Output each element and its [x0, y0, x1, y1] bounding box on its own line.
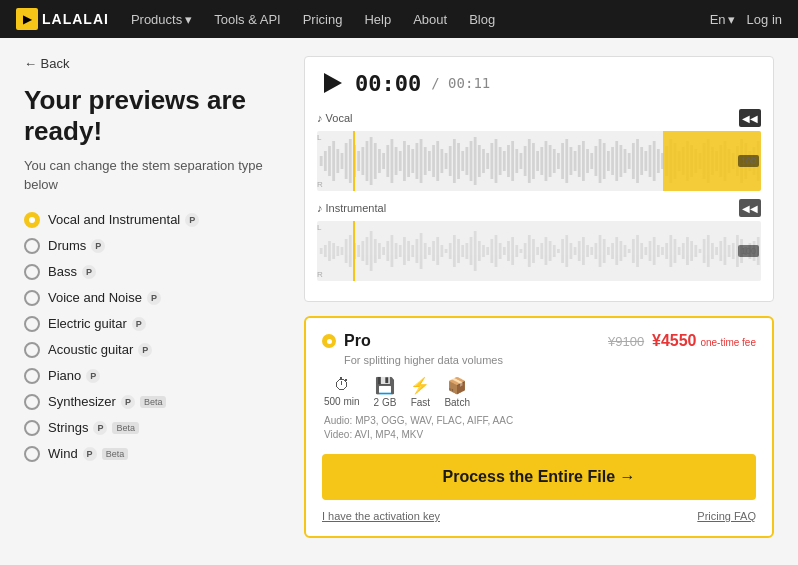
- svg-rect-141: [465, 243, 468, 259]
- svg-rect-142: [470, 237, 473, 265]
- formats-text: Audio: MP3, OGG, WAV, FLAC, AIFF, AAC Vi…: [324, 414, 756, 442]
- svg-rect-130: [420, 233, 423, 269]
- svg-rect-69: [607, 151, 610, 171]
- radio-acoustic-guitar[interactable]: Acoustic guitar P: [24, 342, 284, 358]
- right-panel: 00:00 / 00:11 ♪ Vocal ◀◀: [304, 56, 774, 538]
- radio-vocal-instrumental[interactable]: Vocal and Instrumental P: [24, 212, 284, 228]
- svg-rect-24: [420, 139, 423, 183]
- time-total: / 00:11: [431, 75, 490, 91]
- pro-badge: P: [185, 213, 199, 227]
- svg-rect-45: [507, 145, 510, 177]
- radio-label-drums: Drums P: [48, 238, 105, 253]
- playhead: [353, 131, 355, 191]
- nav-products[interactable]: Products ▾: [121, 8, 202, 31]
- svg-rect-118: [370, 231, 373, 271]
- svg-rect-41: [490, 143, 493, 179]
- radio-drums[interactable]: Drums P: [24, 238, 284, 254]
- svg-rect-192: [678, 247, 681, 255]
- nav-pricing[interactable]: Pricing: [293, 8, 353, 31]
- instrumental-waveform[interactable]: L R 100: [317, 221, 761, 281]
- pro-badge-electric: P: [132, 317, 146, 331]
- svg-rect-36: [470, 141, 473, 181]
- svg-rect-76: [636, 139, 639, 183]
- svg-rect-134: [436, 237, 439, 265]
- svg-rect-35: [465, 147, 468, 175]
- svg-rect-155: [524, 243, 527, 259]
- svg-rect-111: [341, 247, 344, 255]
- svg-rect-52: [536, 151, 539, 171]
- svg-rect-65: [590, 153, 593, 169]
- radio-synthesizer[interactable]: Synthesizer P Beta: [24, 394, 284, 410]
- radio-wind[interactable]: Wind P Beta: [24, 446, 284, 462]
- svg-rect-198: [703, 239, 706, 263]
- feature-label-batch: Batch: [444, 397, 470, 408]
- radio-strings[interactable]: Strings P Beta: [24, 420, 284, 436]
- svg-rect-146: [486, 247, 489, 255]
- svg-rect-115: [357, 245, 360, 257]
- play-button[interactable]: [317, 69, 345, 97]
- svg-rect-143: [474, 231, 477, 271]
- svg-rect-70: [611, 147, 614, 175]
- svg-rect-202: [719, 241, 722, 261]
- radio-bass[interactable]: Bass P: [24, 264, 284, 280]
- login-button[interactable]: Log in: [747, 12, 782, 27]
- back-link[interactable]: ← Back: [24, 56, 284, 71]
- pro-badge-strings: P: [93, 421, 107, 435]
- svg-rect-62: [578, 145, 581, 177]
- radio-circle-piano: [24, 368, 40, 384]
- svg-rect-112: [345, 239, 348, 263]
- nav-blog[interactable]: Blog: [459, 8, 505, 31]
- radio-circle-strings: [24, 420, 40, 436]
- radio-circle-vocal: [24, 212, 40, 228]
- svg-rect-137: [449, 243, 452, 259]
- price-label: one-time fee: [700, 337, 756, 348]
- nav-about[interactable]: About: [403, 8, 457, 31]
- feature-label-fast: Fast: [411, 397, 430, 408]
- pro-badge-acoustic: P: [138, 343, 152, 357]
- instrumental-mute-button[interactable]: ◀◀: [739, 199, 761, 217]
- svg-rect-199: [707, 235, 710, 267]
- svg-rect-167: [574, 247, 577, 255]
- svg-rect-197: [699, 249, 702, 253]
- svg-rect-139: [457, 239, 460, 263]
- svg-rect-10: [361, 147, 364, 175]
- radio-circle-voice: [24, 290, 40, 306]
- svg-rect-179: [624, 245, 627, 257]
- beta-badge-wind: Beta: [102, 448, 129, 460]
- radio-label-vocal: Vocal and Instrumental P: [48, 212, 199, 227]
- svg-rect-12: [370, 137, 373, 185]
- nav-tools[interactable]: Tools & API: [204, 8, 290, 31]
- svg-rect-46: [511, 141, 514, 181]
- language-selector[interactable]: En ▾: [710, 12, 735, 27]
- pro-radio-button[interactable]: [322, 334, 336, 348]
- svg-rect-189: [665, 243, 668, 259]
- svg-rect-148: [495, 235, 498, 267]
- svg-rect-38: [478, 145, 481, 177]
- radio-piano[interactable]: Piano P: [24, 368, 284, 384]
- svg-rect-72: [619, 145, 622, 177]
- radio-electric-guitar[interactable]: Electric guitar P: [24, 316, 284, 332]
- svg-rect-55: [549, 145, 552, 177]
- vocal-mute-button[interactable]: ◀◀: [739, 109, 761, 127]
- pro-footer: I have the activation key Pricing FAQ: [322, 510, 756, 522]
- svg-rect-49: [524, 146, 527, 176]
- nav-help[interactable]: Help: [354, 8, 401, 31]
- process-entire-file-button[interactable]: Process the Entire File →: [322, 454, 756, 500]
- svg-rect-180: [628, 249, 631, 253]
- svg-rect-77: [640, 147, 643, 175]
- vocal-waveform[interactable]: L R 100: [317, 131, 761, 191]
- inst-track-volume: 100: [738, 245, 759, 257]
- svg-rect-123: [391, 235, 394, 267]
- svg-rect-53: [540, 147, 543, 175]
- navbar: ▶ LALALAI Products ▾ Tools & API Pricing…: [0, 0, 798, 38]
- svg-rect-44: [503, 151, 506, 171]
- activation-key-link[interactable]: I have the activation key: [322, 510, 440, 522]
- logo[interactable]: ▶ LALALAI: [16, 8, 109, 30]
- radio-voice-noise[interactable]: Voice and Noise P: [24, 290, 284, 306]
- svg-rect-121: [382, 247, 385, 255]
- pricing-faq-link[interactable]: Pricing FAQ: [697, 510, 756, 522]
- svg-rect-17: [391, 139, 394, 183]
- radio-label-strings: Strings P Beta: [48, 420, 139, 435]
- svg-rect-15: [382, 153, 385, 169]
- svg-rect-78: [644, 151, 647, 171]
